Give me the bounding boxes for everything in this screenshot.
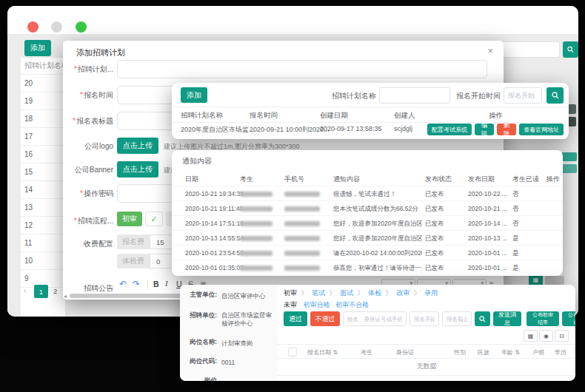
bg-add-button[interactable]: 添加 xyxy=(24,40,51,56)
start-time-search-label: 报名开始时间 xyxy=(456,91,501,101)
fee-label-chip: 报名费 xyxy=(117,234,150,249)
info-label: 招聘单位: xyxy=(183,311,217,320)
tab-zhengshen[interactable]: 政审 xyxy=(396,289,410,297)
italic-icon[interactable]: I xyxy=(165,280,168,288)
delete-button[interactable]: 删除 xyxy=(497,124,516,135)
redacted-candidate xyxy=(240,266,273,271)
tab-tijian[interactable]: 体检 xyxy=(368,289,381,297)
plan-name-search-label: 招聘计划名称 xyxy=(332,91,376,101)
pagination-prev-icon[interactable]: ‹ xyxy=(24,286,26,294)
tab-bishi[interactable]: 笔试 xyxy=(312,289,325,297)
check-icon[interactable]: ✓ xyxy=(145,212,163,226)
field-label-banner: 公司Banner xyxy=(67,165,113,175)
filter-pass[interactable]: 初审合格 xyxy=(304,301,330,308)
notices-title: 通知内容 xyxy=(182,156,212,166)
redacted-phone xyxy=(284,192,320,197)
filter-fail[interactable]: 初审不合格 xyxy=(335,301,369,308)
tab-luyong[interactable]: 录用 xyxy=(424,289,438,297)
pagination-page-1[interactable]: 1 xyxy=(34,285,48,298)
table-row: 2020-10-21 19:11:40 您本次笔试成绩分数为66.52分 已发布… xyxy=(172,200,563,216)
plan-name-cell: 2020年度自治区市场监... xyxy=(181,125,255,135)
info-label: 主管单位: xyxy=(183,291,217,300)
plans-search-button[interactable] xyxy=(546,87,564,104)
list-item[interactable]: 17 xyxy=(21,128,65,146)
sort-icon[interactable]: ⇅ xyxy=(332,349,338,356)
list-item[interactable]: 13 xyxy=(21,199,65,217)
seal-icon[interactable]: ◉ xyxy=(539,330,553,342)
list-item[interactable]: 20 xyxy=(21,75,65,92)
field-label-notice: 招聘公告 xyxy=(67,283,113,294)
bg-plan-list: 招聘计划名称 20 19 18 17 16 15 14 13 12 11 10 … xyxy=(21,58,65,317)
bg-search-button[interactable] xyxy=(563,41,578,58)
publish-check-notice-button[interactable]: 公布检查通知 xyxy=(562,311,575,326)
info-value: 自治区市场监督审核评价中心 xyxy=(221,311,275,328)
send-message-button[interactable]: 发送消息 xyxy=(493,311,521,326)
review-search-button[interactable] xyxy=(475,311,490,326)
fee-label-chip: 体检费 xyxy=(117,254,150,268)
close-window-icon[interactable] xyxy=(27,21,39,33)
list-item[interactable]: 12 xyxy=(21,217,65,234)
start-time-search-input[interactable] xyxy=(504,87,542,104)
upload-logo-button[interactable]: 点击上传 xyxy=(117,138,158,154)
maximize-window-icon[interactable] xyxy=(76,21,87,33)
bg-list-header: 招聘计划名称 xyxy=(21,58,65,75)
field-label-process: *招聘流程... xyxy=(67,216,113,226)
list-item[interactable]: 15 xyxy=(21,163,65,181)
upload-banner-button[interactable]: 点击上传 xyxy=(117,161,158,178)
scroll-left-icon[interactable]: ◂ xyxy=(64,293,67,300)
pass-button[interactable]: 通过 xyxy=(284,311,307,326)
info-value: 计划审查岗 xyxy=(221,339,275,348)
review-table-header: 报名日期 ⇅ 考生 身份证 性别 民族 年龄 ⇅ 户籍 学历 xyxy=(278,344,575,359)
redacted-phone xyxy=(284,221,320,226)
list-item[interactable]: 18 xyxy=(21,110,65,128)
redacted-candidate xyxy=(240,251,273,256)
keyword-search-input[interactable] xyxy=(343,311,407,326)
filter-unreviewed[interactable]: 未审 xyxy=(284,301,297,308)
modal-title: 添加招聘计划 xyxy=(76,47,125,58)
list-item[interactable]: 11 xyxy=(21,234,65,252)
table-row: 2020-10-14 17:51:16 您好，欢迎参加2020年度自治区市场..… xyxy=(172,215,563,231)
list-item[interactable]: 14 xyxy=(21,181,65,199)
list-item[interactable]: 10 xyxy=(21,252,65,270)
table-row: 2020-10-01 01:35:03 恭喜您，初审通过！请等待进一步通知 已发… xyxy=(172,260,563,275)
plan-name-search-input[interactable] xyxy=(379,87,450,104)
publish-review-result-button[interactable]: 公布初审结果 xyxy=(526,311,559,326)
edit-button[interactable]: 编辑 xyxy=(475,124,494,135)
redo-icon[interactable]: ↷ xyxy=(133,279,140,289)
close-icon[interactable]: × xyxy=(487,45,493,56)
toolbar-divider xyxy=(147,280,148,289)
redacted-candidate xyxy=(240,192,273,197)
process-step-tag-shenhe[interactable]: 初审 xyxy=(117,212,142,226)
bold-icon[interactable]: B xyxy=(153,280,159,288)
print-icon[interactable]: ⊟ xyxy=(555,330,569,342)
plans-table-header: 招聘计划名称 报名时间 创建日期 创建人 操作 xyxy=(172,107,569,123)
sort-icon[interactable]: ⇅ xyxy=(515,349,520,356)
bg-action-sliver xyxy=(561,152,577,161)
info-value: 自治区审评中心 xyxy=(221,292,275,301)
table-row: 2020-10-01 23:54:58 请在2020-10-02 14:00:0… xyxy=(172,245,563,260)
info-label: 岗位名称: xyxy=(183,338,217,347)
fail-button[interactable]: 不通过 xyxy=(310,311,340,326)
grid-icon[interactable]: ▦ xyxy=(524,330,538,342)
search-icon xyxy=(552,92,559,99)
review-panel: 主管单位: 自治区审评中心 招聘单位: 自治区市场监督审核评价中心 岗位名称: … xyxy=(180,285,575,381)
configure-exam-button[interactable]: 配置考试系统 xyxy=(427,124,472,135)
list-item[interactable]: 16 xyxy=(21,146,65,163)
info-label: 岗位代码: xyxy=(183,357,217,366)
redacted-phone xyxy=(284,206,320,212)
select-all-checkbox[interactable] xyxy=(288,348,297,356)
pagination-page-2[interactable]: 2 xyxy=(53,287,57,295)
redacted-candidate xyxy=(240,221,273,226)
search-icon xyxy=(479,316,486,322)
list-item[interactable]: 19 xyxy=(21,92,65,110)
tab-chushen[interactable]: 初审 xyxy=(284,289,297,297)
minimize-window-icon[interactable] xyxy=(51,21,62,33)
tab-mianshi[interactable]: 面试 xyxy=(340,289,353,297)
plan-name-input[interactable] xyxy=(117,60,487,78)
end-date-input[interactable] xyxy=(442,311,472,326)
view-site-button[interactable]: 查看官网地址 xyxy=(519,124,564,135)
plan-created-cell: 2020-09-17 13:58:35 xyxy=(320,125,382,132)
plans-add-button[interactable]: 添加 xyxy=(181,87,207,103)
undo-icon[interactable]: ↶ xyxy=(119,279,127,289)
start-date-input[interactable] xyxy=(410,311,439,326)
